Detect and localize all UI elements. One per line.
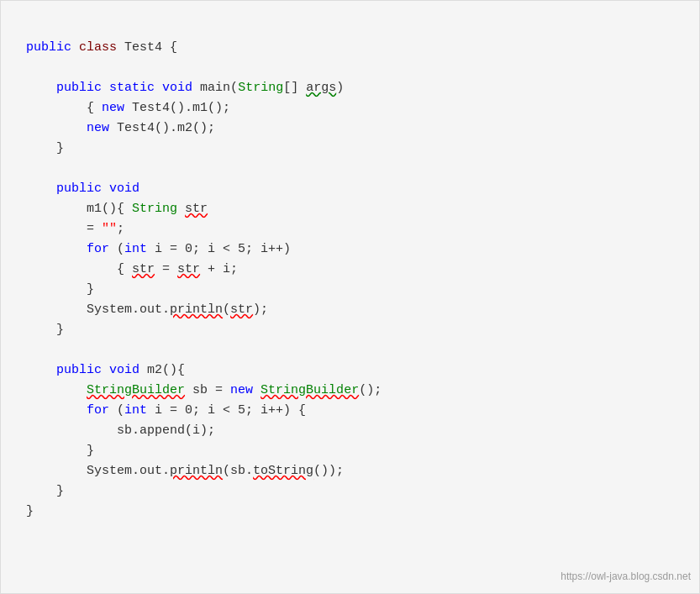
close-m2: } — [56, 484, 64, 498]
keyword-class: class — [79, 40, 117, 55]
keyword-public-4: public — [56, 363, 102, 377]
keyword-void-2: void — [109, 181, 139, 196]
watermark-text: https://owl-java.blog.csdn.net — [561, 569, 691, 585]
test4-m2: Test4().m2(); — [109, 121, 215, 135]
close-for-2: } — [87, 444, 94, 458]
keyword-public-2: public — [56, 81, 102, 95]
m1-sig: m1(){ — [87, 202, 132, 216]
keyword-new-3: new — [230, 383, 253, 397]
keyword-int: int — [124, 242, 147, 256]
m2-sig: m2(){ — [147, 363, 185, 377]
line-new-m1: { — [87, 101, 102, 115]
for-body-1: i = 0; i < 5; i++) — [147, 242, 291, 256]
println-str: System.out.println(str); — [87, 302, 268, 317]
type-stringbuilder-2: StringBuilder — [261, 383, 359, 397]
for-params: ( — [117, 242, 124, 256]
string-literal: "" — [102, 222, 117, 236]
sb-construct: (); — [359, 383, 382, 397]
method-main: main( — [200, 81, 238, 95]
code-content: public class Test4 { public static void … — [26, 18, 674, 542]
keyword-public-3: public — [56, 181, 102, 196]
keyword-public: public — [26, 40, 71, 55]
class-name: Test4 { — [124, 40, 177, 55]
close-m1: } — [56, 323, 64, 337]
keyword-for: for — [87, 242, 109, 256]
type-stringbuilder: StringBuilder — [87, 383, 185, 397]
keyword-static: static — [109, 81, 155, 95]
main-params: [] args) — [283, 81, 344, 95]
close-for-1: } — [87, 282, 94, 297]
keyword-int-2: int — [124, 403, 147, 418]
code-editor: public class Test4 { public static void … — [0, 0, 700, 594]
type-string: String — [238, 81, 283, 95]
test4-m1: Test4().m1(); — [124, 101, 230, 115]
keyword-for-2: for — [87, 403, 109, 418]
keyword-void-3: void — [109, 363, 139, 377]
keyword-new-2: new — [87, 121, 109, 135]
semicolon-1: ; — [117, 222, 124, 236]
var-str: str — [185, 202, 208, 216]
type-string-2: String — [132, 202, 177, 216]
close-class: } — [26, 504, 34, 518]
keyword-void: void — [162, 81, 192, 95]
for-params-2: ( — [117, 403, 124, 418]
close-main: } — [56, 141, 64, 155]
str-assign: = — [87, 222, 102, 236]
println-sb: System.out.println(sb.toString()); — [87, 464, 344, 478]
keyword-new-1: new — [102, 101, 124, 115]
for-body-2: i = 0; i < 5; i++) { — [147, 403, 306, 418]
sb-assign: sb = — [192, 383, 230, 397]
for-block-1: { str = str + i; — [117, 262, 238, 276]
sb-append: sb.append(i); — [117, 423, 215, 438]
